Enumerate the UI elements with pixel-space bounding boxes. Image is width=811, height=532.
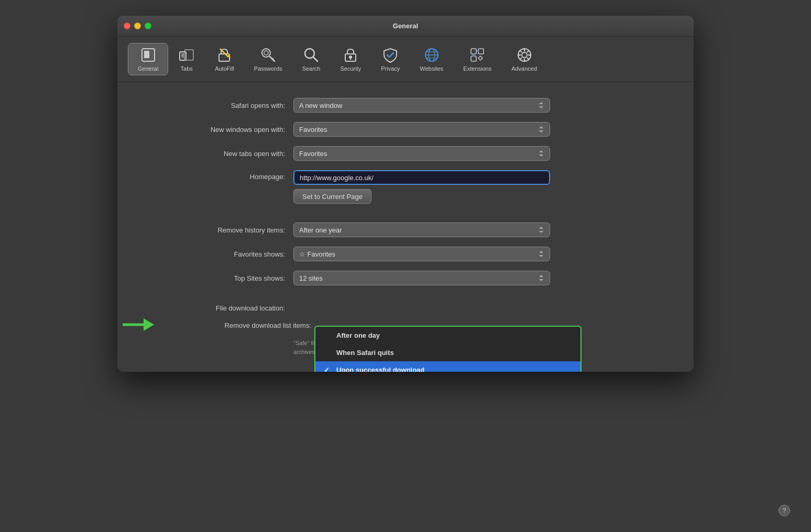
toolbar-label-autofill: AutoFill bbox=[215, 65, 234, 72]
new-windows-control: Favorites bbox=[293, 122, 550, 137]
safari-opens-label: Safari opens with: bbox=[138, 102, 285, 109]
homepage-label: Homepage: bbox=[138, 170, 285, 181]
svg-rect-24 bbox=[471, 49, 476, 54]
toolbar-label-search: Search bbox=[302, 65, 321, 72]
toolbar-item-passwords[interactable]: Passwords bbox=[244, 43, 292, 75]
new-tabs-control: Favorites bbox=[293, 146, 550, 161]
window-title: General bbox=[393, 22, 418, 30]
remove-history-control: After one year bbox=[293, 223, 550, 237]
remove-download-label: Remove download list items: bbox=[165, 322, 311, 329]
safari-opens-row: Safari opens with: A new window bbox=[138, 98, 673, 113]
help-button[interactable]: ? bbox=[779, 505, 790, 516]
homepage-input[interactable] bbox=[293, 170, 550, 185]
toolbar-label-advanced: Advanced bbox=[511, 65, 537, 72]
tabs-icon bbox=[178, 47, 195, 63]
new-tabs-select[interactable]: Favorites bbox=[293, 146, 550, 161]
homepage-section: Set to Current Page bbox=[293, 170, 550, 204]
content-area: Safari opens with: A new window New wind… bbox=[117, 82, 694, 372]
safari-opens-control: A new window bbox=[293, 98, 550, 113]
green-arrow-icon bbox=[123, 315, 154, 334]
toolbar-item-advanced[interactable]: Advanced bbox=[501, 43, 547, 75]
maximize-button[interactable] bbox=[145, 23, 151, 29]
svg-line-35 bbox=[520, 58, 521, 60]
toolbar: General Tabs bbox=[117, 37, 694, 82]
remove-history-label: Remove history items: bbox=[138, 226, 285, 234]
titlebar: General bbox=[117, 16, 694, 37]
toolbar-label-extensions: Extensions bbox=[463, 65, 491, 72]
security-icon bbox=[342, 47, 359, 63]
passwords-icon bbox=[260, 47, 277, 63]
svg-point-28 bbox=[522, 52, 527, 58]
svg-line-36 bbox=[527, 51, 529, 52]
svg-point-11 bbox=[264, 51, 268, 55]
toolbar-item-search[interactable]: Search bbox=[292, 43, 331, 75]
svg-point-10 bbox=[262, 49, 270, 57]
search-icon bbox=[303, 47, 320, 63]
remove-history-select[interactable]: After one year bbox=[293, 223, 550, 237]
new-windows-row: New windows open with: Favorites bbox=[138, 122, 673, 137]
svg-line-12 bbox=[270, 57, 275, 61]
toolbar-item-extensions[interactable]: Extensions bbox=[453, 43, 501, 75]
minimize-button[interactable] bbox=[134, 23, 141, 29]
svg-line-15 bbox=[313, 57, 317, 61]
svg-marker-38 bbox=[144, 318, 154, 331]
svg-rect-1 bbox=[144, 51, 149, 58]
advanced-icon bbox=[516, 47, 533, 63]
toolbar-label-websites: Websites bbox=[420, 65, 443, 72]
favorites-shows-row: Favorites shows: ☆ Favorites bbox=[138, 247, 673, 261]
privacy-icon bbox=[382, 47, 399, 63]
extensions-icon bbox=[469, 47, 486, 63]
favorites-shows-control: ☆ Favorites bbox=[293, 247, 550, 261]
toolbar-item-websites[interactable]: Websites bbox=[410, 43, 453, 75]
file-download-row: File download location: bbox=[138, 304, 673, 312]
svg-line-13 bbox=[272, 58, 273, 59]
new-windows-label: New windows open with: bbox=[138, 126, 285, 134]
toolbar-item-general[interactable]: General bbox=[128, 43, 168, 75]
top-sites-label: Top Sites shows: bbox=[138, 274, 285, 282]
websites-icon bbox=[423, 47, 440, 63]
autofill-icon bbox=[216, 47, 233, 63]
remove-download-dropdown[interactable]: After one day When Safari quits ✓ Upon s… bbox=[314, 326, 582, 372]
file-download-label: File download location: bbox=[138, 304, 285, 312]
top-sites-select[interactable]: 12 sites bbox=[293, 271, 550, 285]
new-tabs-label: New tabs open with: bbox=[138, 150, 285, 158]
toolbar-item-security[interactable]: Security bbox=[330, 43, 371, 75]
dropdown-item-when-safari-quits[interactable]: When Safari quits bbox=[315, 344, 580, 361]
new-windows-select[interactable]: Favorites bbox=[293, 122, 550, 137]
homepage-row: Homepage: Set to Current Page bbox=[138, 170, 673, 204]
toolbar-label-tabs: Tabs bbox=[181, 65, 193, 72]
svg-rect-25 bbox=[478, 49, 484, 54]
remove-history-row: Remove history items: After one year bbox=[138, 223, 673, 237]
general-icon bbox=[140, 47, 157, 63]
safari-opens-select[interactable]: A new window bbox=[293, 98, 550, 113]
toolbar-item-autofill[interactable]: AutoFill bbox=[205, 43, 244, 75]
svg-rect-7 bbox=[219, 54, 229, 61]
toolbar-label-privacy: Privacy bbox=[381, 65, 400, 72]
svg-line-33 bbox=[520, 51, 521, 52]
dropdown-item-upon-successful-download[interactable]: ✓ Upon successful download bbox=[315, 361, 580, 372]
toolbar-label-security: Security bbox=[340, 65, 361, 72]
toolbar-label-general: General bbox=[138, 65, 158, 72]
toolbar-label-passwords: Passwords bbox=[254, 65, 282, 72]
top-sites-row: Top Sites shows: 12 sites bbox=[138, 271, 673, 285]
top-sites-control: 12 sites bbox=[293, 271, 550, 285]
toolbar-item-privacy[interactable]: Privacy bbox=[371, 43, 410, 75]
favorites-shows-select[interactable]: ☆ Favorites bbox=[293, 247, 550, 261]
traffic-lights bbox=[124, 23, 151, 29]
dropdown-item-after-one-day[interactable]: After one day bbox=[315, 327, 580, 344]
favorites-shows-label: Favorites shows: bbox=[138, 250, 285, 258]
set-current-page-button[interactable]: Set to Current Page bbox=[293, 189, 371, 204]
remove-download-row: Remove download list items: After one da… bbox=[165, 322, 673, 329]
svg-rect-2 bbox=[180, 52, 186, 60]
new-tabs-row: New tabs open with: Favorites bbox=[138, 146, 673, 161]
toolbar-item-tabs[interactable]: Tabs bbox=[168, 43, 205, 75]
svg-line-34 bbox=[527, 58, 529, 60]
close-button[interactable] bbox=[124, 23, 130, 29]
